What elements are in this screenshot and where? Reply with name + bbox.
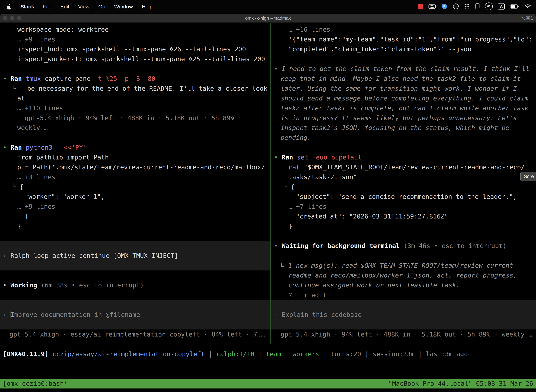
desktop: Slack File Edit View Go Window Help — [0, 0, 536, 392]
terminal-text: › — [3, 311, 10, 318]
battery-icon[interactable] — [510, 4, 519, 9]
terminal-text: pending. — [281, 134, 311, 141]
menu-edit[interactable]: Edit — [60, 3, 69, 9]
terminal-line: '{"team_name":"my-team","task_id":"1","f… — [271, 34, 536, 44]
tmux-host-clock: "MacBook-Pro-44.local" 05:03 31-Mar-26 — [388, 379, 533, 388]
terminal-text: └ — [12, 183, 19, 190]
status-segment: | — [361, 350, 373, 358]
terminal-text: should send a message before completing … — [281, 94, 528, 102]
dots-grid-icon[interactable] — [464, 4, 470, 9]
terminal-text: '{"team_name":"my-team","task_id":"1","f… — [288, 36, 532, 43]
terminal-text: be necessary for the end of the README. … — [19, 85, 267, 92]
terminal-line: pending. — [271, 133, 536, 143]
menu-view[interactable]: View — [78, 3, 90, 9]
tmux-status-bar: [omx-cczip0:bash* "MacBook-Pro-44.local"… — [0, 379, 536, 388]
terminal-text: -t %25 -p -S -80 — [94, 75, 155, 82]
menu-help[interactable]: Help — [142, 3, 153, 9]
menu-file[interactable]: File — [43, 3, 51, 9]
terminal-text: … +110 lines — [17, 104, 63, 112]
status-segment: ralph:1/10 — [216, 350, 254, 358]
app-menu-slack[interactable]: Slack — [20, 3, 34, 9]
terminal-line: └ { — [0, 182, 270, 192]
terminal-line: "worker": "worker-1", — [0, 192, 270, 202]
screen-recording-indicator[interactable] — [418, 4, 423, 9]
terminal-text: … +7 lines — [288, 203, 326, 210]
terminal-text: I — [10, 311, 14, 318]
terminal-text: inspect task2's JSON, focusing on the st… — [281, 124, 509, 131]
terminal-line: • I need to get the claim token from the… — [271, 64, 536, 74]
terminal-line: inspect_hud: omx sparkshell --tmux-pane … — [0, 44, 270, 54]
terminal-text: • — [3, 144, 10, 151]
terminal-text: ↳ 1 new msg(s): read $OMX_TEAM_STATE_ROO… — [281, 262, 517, 269]
terminal-text: { — [19, 183, 23, 190]
terminal-text: from pathlib import Path — [17, 154, 109, 161]
terminal-text: • — [274, 65, 282, 72]
prompt-input-left[interactable]: › Improve documentation in @filename — [0, 310, 270, 320]
terminal-line: task2 after task1 is complete, but can I… — [271, 103, 536, 113]
terminal-line — [0, 271, 270, 280]
terminal-text: I need to get the claim token from the c… — [282, 65, 529, 72]
terminal-text: task2 after task1 is complete, but can I… — [281, 104, 528, 112]
status-segment: team:1 workers — [266, 350, 319, 358]
menu-go[interactable]: Go — [98, 3, 105, 9]
terminal-text: tmux — [26, 75, 45, 82]
terminal-line: at — [0, 93, 270, 103]
terminal-text: cat — [288, 163, 304, 171]
display-mirroring-icon[interactable] — [475, 3, 480, 9]
title-bar[interactable]: × − + omx --xhigh --madmax ⌥⌘1 — [0, 14, 536, 23]
keyboard-icon[interactable] — [428, 4, 436, 9]
terminal-line — [271, 143, 536, 152]
terminal-text: › — [3, 252, 10, 259]
terminal-line: ] — [0, 211, 270, 221]
terminal-text: … +9 lines — [17, 203, 55, 210]
terminal-line — [271, 231, 536, 241]
apple-menu[interactable] — [6, 3, 12, 9]
prompt-input-right[interactable]: › Explain this codebase — [271, 310, 536, 320]
terminal-line — [0, 300, 270, 310]
tmux-session-label: [omx-cczip0:bash* — [3, 379, 67, 388]
terminal-text: └ — [283, 183, 291, 190]
terminal-text: } — [17, 222, 21, 230]
terminal-line: • Ran set -euo pipefail — [271, 152, 536, 162]
app-icon-blue[interactable] — [441, 3, 447, 9]
terminal-text: weekly … — [17, 124, 48, 131]
record-stop-icon — [418, 4, 423, 9]
terminal-text: Ran — [282, 154, 297, 161]
battery-percent-badge[interactable]: 61 — [485, 2, 493, 10]
terminal-text: • — [3, 75, 10, 82]
wifi-icon[interactable] — [524, 4, 531, 9]
terminal-line: keep that in mind. Maybe I also need the… — [271, 74, 536, 84]
terminal-text: • — [3, 281, 10, 289]
terminal-text: workspace_mode: worktree — [17, 26, 109, 33]
terminal-text: -euo pipefail — [312, 154, 362, 161]
terminal-right-pane[interactable]: … +16 lines'{"team_name":"my-team","task… — [271, 25, 536, 339]
terminal-line: continue assigned work or next feasible … — [271, 280, 536, 290]
terminal-text: "completed","claim_token":"claim-token"}… — [288, 45, 471, 53]
terminal-text: gpt-5.4 xhigh · 94% left · 488K in · 5.1… — [281, 331, 532, 338]
input-source-icon[interactable]: A — [498, 3, 505, 10]
terminal-text: set — [297, 154, 312, 161]
terminal-text: - <<'PY' — [56, 144, 87, 151]
omx-status-line: [OMX#0.11.9] cczip/essay/ai-reimplementa… — [0, 349, 536, 359]
terminal-line: p = Path('.omx/state/team/review-current… — [0, 162, 270, 172]
menu-window[interactable]: Window — [114, 3, 133, 9]
screenshot-thumbnail-popup[interactable]: Scre — [520, 172, 536, 181]
terminal-text: Ralph loop active continue [OMX_TMUX_INJ… — [10, 252, 178, 259]
terminal-text: inspect_worker-1: omx sparkshell --tmux-… — [17, 55, 265, 62]
status-segment: last:3m ago — [426, 350, 468, 358]
app-icon-dark-circle[interactable] — [453, 3, 459, 9]
terminal-text: … +3 lines — [17, 173, 55, 181]
terminal-text: is in progress? It seems likely but perh… — [281, 114, 517, 121]
terminal-line — [0, 290, 270, 300]
terminal-text: gpt-5.4 xhigh · essay/ai-reimplementatio… — [10, 331, 265, 338]
pane-footer: gpt-5.4 xhigh · 94% left · 488K in · 5.1… — [271, 330, 536, 339]
terminal-text: continue assigned work or next feasible … — [288, 281, 460, 289]
terminal-left-pane[interactable]: workspace_mode: worktree… +9 linesinspec… — [0, 25, 270, 339]
terminal-text: Ran — [10, 144, 26, 151]
terminal-line: tasks/task-2.json" — [271, 172, 536, 182]
terminal-line: • Ran tmux capture-pane -t %25 -p -S -80 — [0, 74, 270, 84]
terminal-line — [0, 231, 270, 241]
terminal-line: should send a message before completing … — [271, 93, 536, 103]
window-title: omx --xhigh --madmax — [0, 15, 536, 21]
terminal-text: { — [291, 183, 295, 190]
